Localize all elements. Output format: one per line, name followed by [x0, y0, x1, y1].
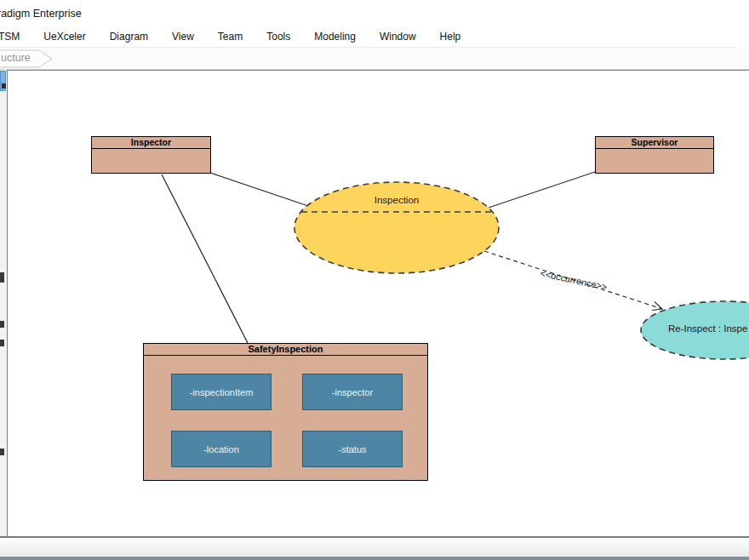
part-inspector[interactable]: -inspector — [302, 374, 403, 410]
diagram-canvas[interactable]: Inspector Supervisor Inspection Re-Inspe… — [7, 70, 749, 536]
tool-button-clipped[interactable] — [0, 272, 4, 283]
tool-button-clipped[interactable] — [0, 340, 4, 346]
menu-item-tools[interactable]: Tools — [254, 27, 302, 47]
class-inspector[interactable]: Inspector — [91, 136, 211, 174]
class-supervisor[interactable]: Supervisor — [595, 136, 714, 174]
menu-item-help[interactable]: Help — [428, 27, 473, 47]
menu-item-diagram[interactable]: Diagram — [98, 27, 160, 47]
connector-inspector-inspection[interactable] — [210, 173, 308, 206]
title-bar: radigm Enterprise — [0, 0, 749, 27]
class-supervisor-name: Supervisor — [596, 137, 713, 149]
window-title: radigm Enterprise — [0, 8, 82, 20]
workspace: Inspector Supervisor Inspection Re-Inspe… — [0, 70, 749, 536]
menu-item-view[interactable]: View — [160, 27, 206, 47]
menu-bar: TSM UeXceler Diagram View Team Tools Mod… — [0, 27, 735, 48]
left-tool-strip — [0, 70, 7, 536]
app-window: radigm Enterprise TSM UeXceler Diagram V… — [0, 0, 749, 560]
tool-button-clipped[interactable] — [0, 321, 4, 328]
class-inspector-name: Inspector — [92, 137, 210, 149]
menu-item-tsm[interactable]: TSM — [0, 27, 31, 47]
tool-button-selected[interactable] — [0, 71, 6, 91]
menu-item-window[interactable]: Window — [368, 27, 428, 47]
collaboration-inspection-label: Inspection — [312, 195, 482, 205]
part-location[interactable]: -location — [171, 431, 272, 467]
collaboration-use-reinspect-label: Re-Inspect : Inspe — [668, 323, 747, 334]
breadcrumb-tab-label[interactable]: ucture — [1, 48, 31, 69]
connector-inspector-safetyinspection[interactable] — [162, 174, 248, 343]
menu-item-modeling[interactable]: Modeling — [302, 27, 368, 47]
tool-button-glyph — [2, 83, 6, 89]
menu-item-uexceler[interactable]: UeXceler — [31, 27, 97, 47]
class-safetyinspection[interactable]: SafetyInspection -inspectionItem -inspec… — [143, 343, 428, 481]
class-safetyinspection-name: SafetyInspection — [144, 344, 427, 356]
menu-item-team[interactable]: Team — [206, 27, 254, 47]
tool-button-clipped[interactable] — [0, 449, 4, 455]
part-status[interactable]: -status — [302, 431, 403, 467]
part-inspectionitem[interactable]: -inspectionItem — [171, 374, 272, 410]
connector-supervisor-inspection[interactable] — [489, 172, 595, 208]
status-bar — [0, 536, 749, 557]
breadcrumb-bar: ucture — [0, 48, 749, 70]
window-bottom-edge — [0, 557, 749, 560]
